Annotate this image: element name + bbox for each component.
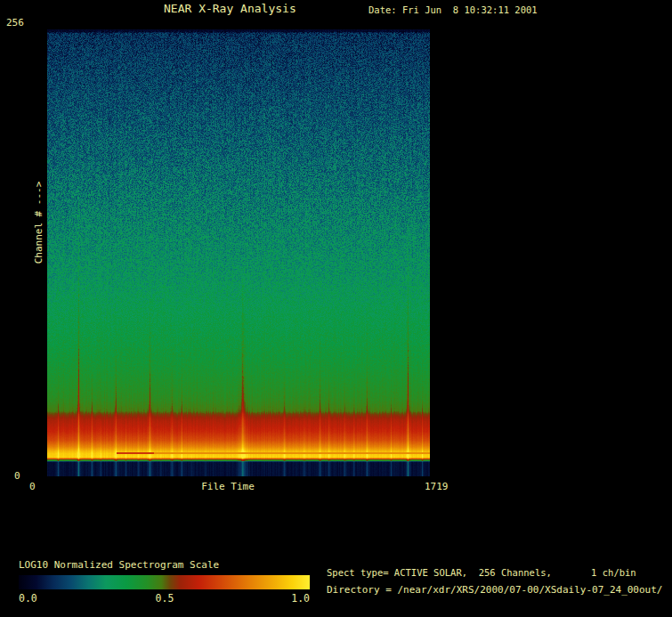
header-date: Date: Fri Jun 8 10:32:11 2001 <box>368 4 538 15</box>
page-title: NEAR X-Ray Analysis <box>164 3 296 16</box>
x-axis-min-label: 0 <box>29 482 36 493</box>
y-axis-max-label: 256 <box>6 18 24 29</box>
colorbar-title: LOG10 Normalized Spectrogram Scale <box>19 560 219 572</box>
spectrogram-plot <box>47 29 430 476</box>
y-axis-title: Channel # ---> <box>34 182 45 264</box>
near-xray-analysis-window: NEAR X-Ray Analysis Date: Fri Jun 8 10:3… <box>0 0 672 617</box>
colorbar-tick-min: 0.0 <box>19 593 37 605</box>
x-axis-title: File Time <box>201 482 255 493</box>
directory-info: Directory = /near/xdr/XRS/2000/07-00/XSd… <box>327 585 663 597</box>
colorbar-tick-mid: 0.5 <box>156 593 174 605</box>
colorbar-tick-max: 1.0 <box>291 593 310 605</box>
y-axis-min-label: 0 <box>14 471 20 483</box>
colorbar-gradient <box>19 575 310 589</box>
spect-type-info: Spect type= ACTIVE SOLAR, 256 Channels, … <box>327 567 636 578</box>
x-axis-max-label: 1719 <box>425 482 449 493</box>
